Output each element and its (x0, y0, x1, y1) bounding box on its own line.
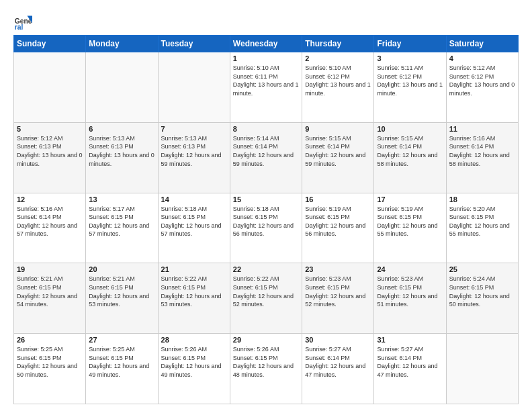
calendar-cell: 28Sunrise: 5:26 AMSunset: 6:15 PMDayligh… (158, 334, 230, 404)
weekday-header-tuesday: Tuesday (158, 36, 230, 52)
day-number: 11 (449, 125, 515, 133)
day-info: Sunrise: 5:12 AMSunset: 6:13 PMDaylight:… (17, 134, 83, 168)
calendar-cell: 31Sunrise: 5:27 AMSunset: 6:14 PMDayligh… (374, 334, 446, 404)
day-info: Sunrise: 5:11 AMSunset: 6:12 PMDaylight:… (377, 64, 443, 97)
svg-text:ral: ral (15, 24, 24, 30)
calendar-cell: 3Sunrise: 5:11 AMSunset: 6:12 PMDaylight… (374, 52, 446, 123)
calendar-cell: 8Sunrise: 5:14 AMSunset: 6:14 PMDaylight… (230, 122, 302, 193)
day-number: 4 (449, 54, 515, 62)
calendar-cell: 27Sunrise: 5:25 AMSunset: 6:15 PMDayligh… (86, 334, 158, 404)
day-info: Sunrise: 5:23 AMSunset: 6:15 PMDaylight:… (377, 275, 443, 308)
day-info: Sunrise: 5:15 AMSunset: 6:14 PMDaylight:… (377, 134, 443, 168)
day-number: 27 (89, 336, 154, 344)
day-number: 23 (305, 265, 371, 273)
day-number: 19 (17, 265, 83, 273)
calendar-cell: 23Sunrise: 5:23 AMSunset: 6:15 PMDayligh… (302, 263, 374, 334)
day-number: 17 (377, 195, 443, 203)
day-number: 21 (161, 265, 227, 273)
calendar-body: 1Sunrise: 5:10 AMSunset: 6:11 PMDaylight… (14, 52, 519, 404)
week-row-0: 1Sunrise: 5:10 AMSunset: 6:11 PMDaylight… (14, 52, 519, 123)
day-info: Sunrise: 5:25 AMSunset: 6:15 PMDaylight:… (17, 345, 83, 379)
calendar-cell: 10Sunrise: 5:15 AMSunset: 6:14 PMDayligh… (374, 122, 446, 193)
day-number: 24 (377, 265, 443, 273)
calendar-cell: 9Sunrise: 5:15 AMSunset: 6:14 PMDaylight… (302, 122, 374, 193)
day-number: 7 (161, 125, 227, 133)
day-info: Sunrise: 5:10 AMSunset: 6:12 PMDaylight:… (305, 64, 371, 97)
day-info: Sunrise: 5:22 AMSunset: 6:15 PMDaylight:… (161, 275, 227, 308)
calendar-cell: 4Sunrise: 5:12 AMSunset: 6:12 PMDaylight… (446, 52, 518, 123)
day-info: Sunrise: 5:23 AMSunset: 6:15 PMDaylight:… (305, 275, 371, 308)
day-number: 14 (161, 195, 227, 203)
day-info: Sunrise: 5:27 AMSunset: 6:14 PMDaylight:… (305, 345, 371, 379)
calendar-table: SundayMondayTuesdayWednesdayThursdayFrid… (13, 35, 519, 404)
calendar-cell: 21Sunrise: 5:22 AMSunset: 6:15 PMDayligh… (158, 263, 230, 334)
day-info: Sunrise: 5:16 AMSunset: 6:14 PMDaylight:… (17, 205, 83, 238)
logo-icon: Gene ral (13, 11, 32, 30)
day-number: 1 (233, 54, 299, 62)
day-number: 5 (17, 125, 83, 133)
weekday-header-thursday: Thursday (302, 36, 374, 52)
day-info: Sunrise: 5:21 AMSunset: 6:15 PMDaylight:… (17, 275, 83, 308)
calendar-cell: 20Sunrise: 5:21 AMSunset: 6:15 PMDayligh… (86, 263, 158, 334)
calendar-cell (446, 334, 518, 404)
day-number: 9 (305, 125, 371, 133)
day-number: 29 (233, 336, 299, 344)
day-info: Sunrise: 5:12 AMSunset: 6:12 PMDaylight:… (449, 64, 515, 97)
calendar-cell: 24Sunrise: 5:23 AMSunset: 6:15 PMDayligh… (374, 263, 446, 334)
day-number: 6 (89, 125, 154, 133)
calendar-cell: 2Sunrise: 5:10 AMSunset: 6:12 PMDaylight… (302, 52, 374, 123)
day-number: 15 (233, 195, 299, 203)
logo: Gene ral (13, 11, 35, 30)
day-info: Sunrise: 5:17 AMSunset: 6:15 PMDaylight:… (89, 205, 154, 238)
week-row-3: 19Sunrise: 5:21 AMSunset: 6:15 PMDayligh… (14, 263, 519, 334)
day-info: Sunrise: 5:24 AMSunset: 6:15 PMDaylight:… (449, 275, 515, 308)
day-number: 8 (233, 125, 299, 133)
day-number: 28 (161, 336, 227, 344)
calendar-cell: 17Sunrise: 5:19 AMSunset: 6:15 PMDayligh… (374, 193, 446, 263)
day-info: Sunrise: 5:19 AMSunset: 6:15 PMDaylight:… (377, 205, 443, 238)
calendar-cell: 6Sunrise: 5:13 AMSunset: 6:13 PMDaylight… (86, 122, 158, 193)
day-info: Sunrise: 5:19 AMSunset: 6:15 PMDaylight:… (305, 205, 371, 238)
weekday-header-saturday: Saturday (446, 36, 518, 52)
calendar-cell: 7Sunrise: 5:13 AMSunset: 6:13 PMDaylight… (158, 122, 230, 193)
day-info: Sunrise: 5:22 AMSunset: 6:15 PMDaylight:… (233, 275, 299, 308)
day-number: 30 (305, 336, 371, 344)
calendar-cell (14, 52, 86, 123)
page: Gene ral SundayMondayTuesdayWednesdayThu… (0, 0, 532, 411)
calendar-cell: 22Sunrise: 5:22 AMSunset: 6:15 PMDayligh… (230, 263, 302, 334)
calendar-cell: 1Sunrise: 5:10 AMSunset: 6:11 PMDaylight… (230, 52, 302, 123)
day-info: Sunrise: 5:16 AMSunset: 6:14 PMDaylight:… (449, 134, 515, 168)
day-info: Sunrise: 5:25 AMSunset: 6:15 PMDaylight:… (89, 345, 154, 379)
day-info: Sunrise: 5:26 AMSunset: 6:15 PMDaylight:… (161, 345, 227, 379)
day-number: 10 (377, 125, 443, 133)
calendar-cell: 13Sunrise: 5:17 AMSunset: 6:15 PMDayligh… (86, 193, 158, 263)
weekday-header-friday: Friday (374, 36, 446, 52)
day-info: Sunrise: 5:14 AMSunset: 6:14 PMDaylight:… (233, 134, 299, 168)
calendar-cell: 5Sunrise: 5:12 AMSunset: 6:13 PMDaylight… (14, 122, 86, 193)
calendar-cell: 16Sunrise: 5:19 AMSunset: 6:15 PMDayligh… (302, 193, 374, 263)
weekday-header-sunday: Sunday (14, 36, 86, 52)
calendar-cell (86, 52, 158, 123)
day-number: 16 (305, 195, 371, 203)
calendar-cell: 15Sunrise: 5:18 AMSunset: 6:15 PMDayligh… (230, 193, 302, 263)
calendar-cell: 11Sunrise: 5:16 AMSunset: 6:14 PMDayligh… (446, 122, 518, 193)
header: Gene ral (13, 11, 519, 30)
calendar-cell: 14Sunrise: 5:18 AMSunset: 6:15 PMDayligh… (158, 193, 230, 263)
calendar-cell: 12Sunrise: 5:16 AMSunset: 6:14 PMDayligh… (14, 193, 86, 263)
day-info: Sunrise: 5:18 AMSunset: 6:15 PMDaylight:… (161, 205, 227, 238)
day-info: Sunrise: 5:26 AMSunset: 6:15 PMDaylight:… (233, 345, 299, 379)
calendar-header: SundayMondayTuesdayWednesdayThursdayFrid… (14, 36, 519, 52)
day-info: Sunrise: 5:18 AMSunset: 6:15 PMDaylight:… (233, 205, 299, 238)
week-row-1: 5Sunrise: 5:12 AMSunset: 6:13 PMDaylight… (14, 122, 519, 193)
calendar-cell (158, 52, 230, 123)
weekday-header-row: SundayMondayTuesdayWednesdayThursdayFrid… (14, 36, 519, 52)
calendar-cell: 19Sunrise: 5:21 AMSunset: 6:15 PMDayligh… (14, 263, 86, 334)
day-number: 20 (89, 265, 154, 273)
day-number: 26 (17, 336, 83, 344)
day-number: 31 (377, 336, 443, 344)
day-number: 2 (305, 54, 371, 62)
week-row-2: 12Sunrise: 5:16 AMSunset: 6:14 PMDayligh… (14, 193, 519, 263)
day-number: 25 (449, 265, 515, 273)
day-number: 13 (89, 195, 154, 203)
day-info: Sunrise: 5:27 AMSunset: 6:14 PMDaylight:… (377, 345, 443, 379)
